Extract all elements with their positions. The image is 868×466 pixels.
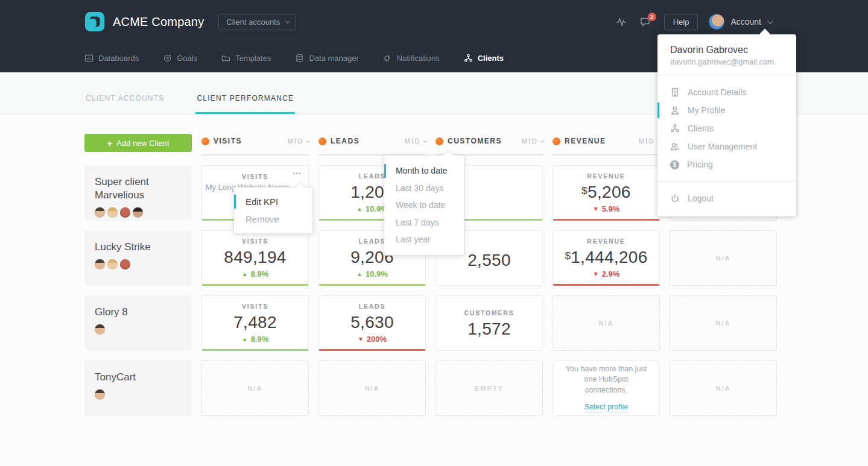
period-option-last-year[interactable]: Last year bbox=[384, 231, 464, 248]
nav-item-data-manager[interactable]: Data manager bbox=[295, 54, 358, 63]
kpi-card-visits-row3[interactable]: VISITS 7,482 ▲8.9% bbox=[201, 295, 309, 351]
period-option-last-30-days[interactable]: Last 30 days bbox=[384, 180, 464, 197]
client-card-super-client-marvelious[interactable]: Super client Marvelious bbox=[84, 165, 192, 221]
menu-item-label: My Profile bbox=[688, 105, 725, 115]
kpi-value: 1,572 bbox=[467, 320, 511, 339]
kpi-value: 2,550 bbox=[467, 251, 511, 270]
plus-icon: + bbox=[107, 138, 112, 148]
notification-badge: 2 bbox=[648, 13, 656, 21]
select-profile-link[interactable]: Select profile bbox=[584, 403, 628, 412]
workspace-selector-label: Client accounts bbox=[226, 17, 280, 27]
period-option-month-to-date[interactable]: Month to date bbox=[384, 162, 464, 180]
empty-kpi-slot: N/A bbox=[318, 361, 426, 416]
menu-item-label: User Management bbox=[688, 142, 757, 151]
hubspot-message: You have more than just one HubSpot conn… bbox=[563, 364, 650, 396]
account-user-name: Davorin Gabrovec bbox=[657, 45, 796, 55]
menu-item-clients[interactable]: Clients bbox=[657, 119, 796, 137]
tab-client-performance[interactable]: CLIENT PERFORMANCE bbox=[195, 94, 295, 114]
client-name: TonyCart bbox=[95, 371, 182, 384]
empty-kpi-slot: N/A bbox=[201, 361, 309, 416]
nav-item-notifications[interactable]: Notifications bbox=[383, 54, 440, 63]
period-option-last-7-days[interactable]: Last 7 days bbox=[384, 214, 464, 231]
hubspot-icon bbox=[318, 137, 326, 145]
column-header-revenue: REVENUE MTD bbox=[553, 134, 660, 156]
period-label: MTD bbox=[639, 137, 654, 145]
client-card-tonycart[interactable]: TonyCart bbox=[84, 361, 192, 416]
na-label: N/A bbox=[248, 385, 263, 392]
arrow-up-icon: ▲ bbox=[242, 336, 248, 342]
account-dropdown: Davorin Gabrovec davorin.gabrovec@gmail.… bbox=[657, 34, 796, 216]
client-card-glory-8[interactable]: Glory 8 bbox=[84, 295, 192, 351]
nav-item-goals[interactable]: Goals bbox=[163, 54, 197, 63]
menu-item-pricing[interactable]: $ Pricing bbox=[657, 156, 796, 174]
pulse-icon bbox=[616, 17, 627, 27]
na-label: N/A bbox=[599, 320, 614, 327]
kpi-card-customers-row3[interactable]: CUSTOMERS 1,572 bbox=[436, 295, 543, 351]
period-selector-leads[interactable]: MTD bbox=[405, 137, 426, 145]
column-name: CUSTOMERS bbox=[448, 137, 502, 145]
kpi-card-visits-row1[interactable]: VISITS My Long Website Name ••• Edit KPI… bbox=[201, 165, 309, 221]
notifications-button[interactable]: 2 bbox=[640, 17, 651, 27]
column-header-visits: VISITS MTD bbox=[201, 134, 309, 156]
kpi-card-visits-row2[interactable]: VISITS 849,194 ▲8.9% bbox=[201, 230, 309, 286]
company-name: ACME Company bbox=[113, 15, 204, 29]
currency-symbol: $ bbox=[581, 185, 588, 197]
kpi-title: REVENUE bbox=[587, 172, 625, 180]
menu-item-my-profile[interactable]: My Profile bbox=[657, 101, 796, 119]
power-icon bbox=[670, 194, 680, 203]
nav-label: Databoards bbox=[98, 54, 139, 63]
client-avatars bbox=[95, 324, 182, 335]
empty-kpi-slot: EMPTY bbox=[436, 361, 543, 416]
period-selector-visits[interactable]: MTD bbox=[288, 137, 309, 145]
clients-tree-icon bbox=[670, 124, 680, 133]
nav-item-databoards[interactable]: Databoards bbox=[84, 54, 139, 63]
period-selector-customers[interactable]: MTD bbox=[522, 137, 543, 145]
menu-item-label: Clients bbox=[688, 124, 714, 133]
period-selector-revenue[interactable]: MTD bbox=[639, 137, 660, 145]
kpi-card-revenue-row2[interactable]: REVENUE $1,444,206 ▼2.9% bbox=[553, 230, 660, 286]
kpi-delta: 8.9% bbox=[251, 335, 269, 344]
megaphone-icon bbox=[383, 54, 392, 63]
client-avatars bbox=[95, 389, 182, 400]
client-card-lucky-strike[interactable]: Lucky Strike bbox=[84, 230, 192, 286]
account-label[interactable]: Account bbox=[730, 17, 761, 27]
user-avatar[interactable] bbox=[709, 14, 724, 30]
tab-client-accounts[interactable]: CLIENT ACCOUNTS bbox=[84, 94, 165, 114]
column-name: LEADS bbox=[331, 137, 360, 145]
kpi-value: 5,630 bbox=[350, 313, 394, 332]
arrow-up-icon: ▲ bbox=[356, 271, 363, 277]
arrow-down-icon: ▼ bbox=[593, 271, 599, 277]
menu-item-account-details[interactable]: Account Details bbox=[657, 83, 796, 101]
clients-tree-icon bbox=[464, 54, 473, 63]
empty-label: EMPTY bbox=[475, 385, 504, 392]
menu-item-edit-kpi[interactable]: Edit KPI bbox=[234, 193, 312, 210]
workspace-selector[interactable]: Client accounts bbox=[218, 14, 296, 30]
help-button[interactable]: Help bbox=[664, 14, 699, 30]
activity-button[interactable] bbox=[616, 17, 627, 27]
kpi-context-menu: Edit KPI Remove bbox=[233, 187, 313, 234]
kpi-card-leads-row3[interactable]: LEADS 5,630 ▼200% bbox=[318, 295, 426, 351]
kpi-delta: 2.9% bbox=[602, 269, 620, 279]
users-icon bbox=[670, 142, 680, 151]
nav-label: Data manager bbox=[309, 54, 358, 63]
menu-item-remove[interactable]: Remove bbox=[234, 210, 312, 228]
menu-item-label: Account Details bbox=[688, 87, 746, 97]
nav-item-templates[interactable]: Templates bbox=[221, 54, 271, 63]
goals-icon bbox=[163, 54, 172, 63]
hubspot-icon bbox=[436, 137, 443, 145]
kpi-card-revenue-row1[interactable]: REVENUE $5,206 ▼5.9% bbox=[553, 165, 660, 221]
chevron-down-icon bbox=[306, 138, 310, 142]
nav-item-clients[interactable]: Clients bbox=[464, 54, 504, 63]
account-chevron-icon[interactable] bbox=[767, 18, 773, 24]
add-client-button[interactable]: + Add new Client bbox=[84, 134, 192, 152]
building-icon bbox=[670, 87, 680, 97]
databoards-icon bbox=[84, 54, 93, 63]
menu-item-logout[interactable]: Logout bbox=[657, 189, 796, 207]
menu-item-user-management[interactable]: User Management bbox=[657, 137, 796, 156]
chevron-down-icon bbox=[286, 19, 290, 23]
kpi-menu-button[interactable]: ••• bbox=[293, 169, 302, 177]
period-option-week-to-date[interactable]: Week to date bbox=[384, 197, 464, 214]
avatar bbox=[133, 207, 143, 218]
nav-label: Templates bbox=[235, 54, 271, 63]
kpi-title: CUSTOMERS bbox=[464, 309, 514, 316]
